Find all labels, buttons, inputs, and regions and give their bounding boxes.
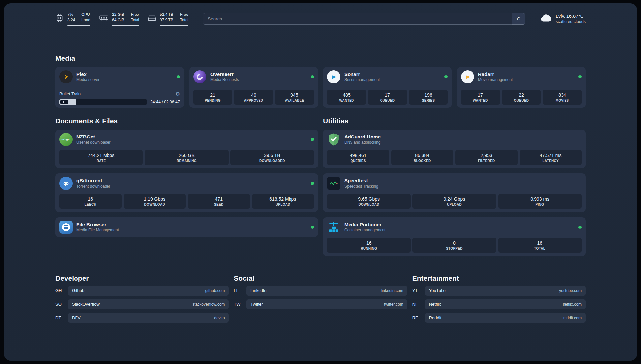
adguard-shield-icon bbox=[327, 133, 340, 146]
cpu-load-value: 3.24 bbox=[67, 17, 75, 23]
card-header: ▶ Radarr Movie management bbox=[461, 70, 582, 83]
memory-free-value: 22 GiB bbox=[112, 12, 124, 17]
service-subtitle: Usenet downloader bbox=[76, 140, 110, 145]
stat-filtered: 2,953 FILTERED bbox=[455, 150, 518, 165]
service-card-adguard[interactable]: AdGuard Home DNS and adblocking 498,461 … bbox=[323, 130, 586, 168]
documents-section: Documents & Files nzbget NZBGet Usenet d… bbox=[55, 117, 318, 256]
search-provider-button[interactable]: G bbox=[512, 13, 525, 25]
service-card-radarr[interactable]: ▶ Radarr Movie management 17 WANTED 22 Q… bbox=[457, 67, 586, 108]
stats-row: 16 LEECH 1.19 Gbps DOWNLOAD 471 SEED 6 bbox=[59, 190, 314, 209]
utilities-section: Utilities AdGuard Home DNS and adblockin… bbox=[323, 117, 586, 256]
bookmark-domain: reddit.com bbox=[563, 316, 582, 320]
card-header: nzbget NZBGet Usenet downloader bbox=[59, 133, 314, 146]
service-subtitle: Movie management bbox=[478, 77, 513, 82]
bookmark-name: Netflix bbox=[429, 302, 441, 307]
bookmark-abbr: YT bbox=[412, 288, 425, 293]
bookmark-linkedin[interactable]: LI LinkedIn linkedin.com bbox=[234, 286, 407, 296]
cpu-icon bbox=[55, 12, 64, 22]
bookmark-domain: stackoverflow.com bbox=[192, 302, 225, 307]
stat-running: 16 RUNNING bbox=[327, 238, 411, 253]
pause-button[interactable] bbox=[60, 100, 68, 104]
bookmark-group-social: Social LI LinkedIn linkedin.com TW Twitt… bbox=[234, 274, 407, 323]
bookmark-abbr: LI bbox=[234, 288, 246, 293]
stat-queued: 17 QUEUED bbox=[368, 90, 407, 105]
service-name: Plex bbox=[76, 71, 99, 77]
bookmark-domain: youtube.com bbox=[559, 288, 582, 293]
cpu-label: CPU bbox=[81, 12, 90, 17]
bookmark-twitter[interactable]: TW Twitter twitter.com bbox=[234, 299, 407, 309]
stat-ping: 0.993 ms PING bbox=[498, 194, 582, 209]
stats-row: 744.21 Mbps RATE 266 GB REMAINING 39.6 T… bbox=[59, 146, 314, 165]
section-title-social: Social bbox=[234, 274, 407, 282]
radarr-icon: ▶ bbox=[461, 70, 474, 83]
bookmark-abbr: NF bbox=[412, 302, 425, 307]
stat-series: 196 SERIES bbox=[409, 90, 448, 105]
gear-icon[interactable]: ⚙ bbox=[176, 91, 180, 96]
playback-time: 24:44 / 02:06:47 bbox=[150, 100, 180, 104]
stats-row: 21 PENDING 40 APPROVED 945 AVAILABLE bbox=[193, 86, 314, 105]
stat-upload: 9.24 Gbps UPLOAD bbox=[412, 194, 496, 209]
stat-blocked: 86,384 BLOCKED bbox=[391, 150, 454, 165]
bookmark-domain: linkedin.com bbox=[381, 288, 403, 293]
playback-progress-bar[interactable] bbox=[59, 99, 147, 105]
bookmark-abbr: SO bbox=[55, 302, 68, 307]
section-title-entertainment: Entertainment bbox=[412, 274, 586, 282]
plex-now-playing-widget: Bullet Train ⚙ 24:44 / 02:06:47 bbox=[59, 88, 180, 105]
status-dot bbox=[444, 75, 448, 78]
pause-icon bbox=[63, 101, 65, 103]
status-dot bbox=[177, 75, 180, 78]
disk-free-label: Free bbox=[180, 12, 188, 17]
stat-available: 945 AVAILABLE bbox=[275, 90, 314, 105]
bookmark-abbr: TW bbox=[234, 302, 246, 307]
stats-row: 9.65 Gbps DOWNLOAD 9.24 Gbps UPLOAD 0.99… bbox=[327, 190, 582, 209]
stat-movies: 834 MOVIES bbox=[543, 90, 582, 105]
service-card-qbittorrent[interactable]: qb qBittorrent Torrent downloader 16 LEE… bbox=[55, 173, 318, 212]
service-card-nzbget[interactable]: nzbget NZBGet Usenet downloader 744.21 M… bbox=[55, 130, 318, 168]
weather-widget: Lviv, 16.87°C scattered clouds bbox=[540, 13, 586, 24]
stats-row: 498,461 QUERIES 86,384 BLOCKED 2,953 FIL… bbox=[327, 146, 582, 165]
bookmark-github[interactable]: GH Github github.com bbox=[55, 286, 229, 296]
status-dot bbox=[578, 75, 582, 78]
cpu-widget: 7% 3.24 CPU Load bbox=[55, 12, 90, 26]
service-subtitle: Series management bbox=[344, 77, 380, 82]
bookmark-netflix[interactable]: NF Netflix netflix.com bbox=[412, 299, 586, 309]
stat-queries: 498,461 QUERIES bbox=[327, 150, 389, 165]
now-playing-title: Bullet Train bbox=[59, 91, 81, 96]
service-name: Media Portainer bbox=[344, 222, 385, 227]
service-card-plex[interactable]: Plex Media server Bullet Train ⚙ 24:44 /… bbox=[55, 67, 184, 108]
stat-rate: 744.21 Mbps RATE bbox=[59, 150, 143, 165]
stat-latency: 47.571 ms LATENCY bbox=[520, 150, 582, 165]
bookmark-stackoverflow[interactable]: SO StackOverflow stackoverflow.com bbox=[55, 299, 229, 309]
service-name: Speedtest bbox=[344, 178, 378, 183]
card-header: Overseerr Media Requests bbox=[193, 70, 314, 83]
status-dot bbox=[311, 226, 314, 229]
memory-progress-bar bbox=[112, 25, 139, 26]
bookmark-domain: dev.to bbox=[214, 316, 225, 320]
service-card-speedtest[interactable]: Speedtest Speedtest Tracking 9.65 Gbps D… bbox=[323, 173, 586, 212]
bookmark-youtube[interactable]: YT YouTube youtube.com bbox=[412, 286, 586, 296]
stat-leech: 16 LEECH bbox=[59, 194, 122, 209]
service-card-overseerr[interactable]: Overseerr Media Requests 21 PENDING 40 A… bbox=[189, 67, 318, 108]
filebrowser-icon bbox=[59, 221, 73, 234]
service-name: Sonarr bbox=[344, 71, 380, 77]
overseerr-icon bbox=[193, 70, 206, 83]
service-card-portainer[interactable]: Media Portainer Container management 16 … bbox=[323, 217, 586, 256]
status-dot bbox=[311, 138, 314, 141]
service-card-filebrowser[interactable]: File Browser Media File Management bbox=[55, 217, 318, 237]
stat-download: 1.19 Gbps DOWNLOAD bbox=[124, 194, 186, 209]
card-header: File Browser Media File Management bbox=[59, 221, 314, 234]
service-card-sonarr[interactable]: ▶ Sonarr Series management 485 WANTED 17… bbox=[323, 67, 452, 108]
weather-location: Lviv, 16.87°C bbox=[556, 14, 586, 19]
topbar: 7% 3.24 CPU Load bbox=[55, 3, 586, 26]
bookmark-name: DEV bbox=[72, 315, 81, 320]
bookmark-dev[interactable]: DT DEV dev.to bbox=[55, 313, 229, 323]
search-input[interactable] bbox=[203, 13, 525, 25]
stats-row: 16 RUNNING 0 STOPPED 16 TOTAL bbox=[327, 234, 582, 253]
disk-icon bbox=[148, 12, 156, 22]
qbittorrent-icon: qb bbox=[59, 177, 73, 190]
memory-total-value: 64 GiB bbox=[112, 17, 124, 23]
bookmark-reddit[interactable]: RE Reddit reddit.com bbox=[412, 313, 586, 323]
card-header: Media Portainer Container management bbox=[327, 221, 582, 234]
dashboard-page: 7% 3.24 CPU Load bbox=[4, 3, 637, 361]
plex-icon bbox=[59, 70, 73, 83]
